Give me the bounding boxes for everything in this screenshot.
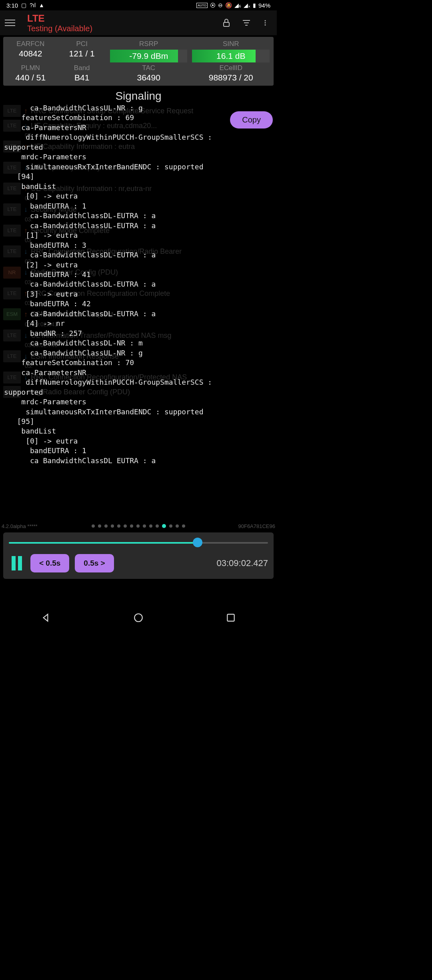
metric-pci: PCI121 / 1	[56, 39, 107, 63]
metric-band: BandB41	[56, 63, 107, 83]
more-icon[interactable]	[262, 18, 269, 28]
log-container: LTE↑RRC Connection Setup Complete/Servic…	[0, 103, 277, 480]
slider-thumb[interactable]	[193, 538, 202, 547]
playback-time: 03:09:02.427	[217, 558, 268, 568]
svg-point-7	[134, 614, 142, 622]
filter-icon[interactable]	[242, 18, 251, 28]
recents-button[interactable]	[226, 612, 236, 623]
auto-icon: AUTO	[196, 3, 208, 8]
svg-point-6	[265, 24, 266, 26]
svg-rect-2	[244, 22, 249, 23]
metric-rsrp: RSRP-79.9 dBm	[108, 39, 190, 63]
metrics-panel: EARFCN40842PCI121 / 1RSRP-79.9 dBmSINR16…	[3, 37, 274, 86]
metric-plmn: PLMN440 / 51	[5, 63, 56, 83]
seek-forward-button[interactable]: 0.5s >	[75, 554, 114, 572]
copy-button[interactable]: Copy	[230, 111, 273, 129]
device-id: 90F6A781CE96	[238, 523, 275, 529]
active-dot	[162, 524, 166, 528]
system-nav	[0, 607, 277, 628]
playback-panel: < 0.5s 0.5s > 03:09:02.427	[3, 532, 274, 579]
metric-sinr: SINR16.1 dB	[190, 39, 272, 63]
metric-earfcn: EARFCN40842	[5, 39, 56, 63]
battery-icon: ▮	[253, 2, 256, 8]
svg-rect-3	[245, 25, 248, 26]
svg-point-5	[265, 22, 266, 24]
gallery-icon: ▢	[21, 2, 26, 8]
version-label: 4.2.0alpha *****	[2, 523, 38, 529]
cell-icon: ◢ₓ	[244, 2, 250, 8]
log-detail-overlay[interactable]: ca-BandwidthClassUL-NR : g featureSetCom…	[0, 103, 277, 480]
app-header: LTE Testing (Available)	[0, 10, 277, 35]
signal-q-icon: ?ıl	[30, 2, 36, 8]
location-icon: ⦿	[210, 2, 216, 8]
section-title: Signaling	[0, 90, 277, 102]
playback-slider[interactable]	[9, 540, 268, 545]
lock-icon[interactable]	[222, 18, 231, 28]
status-time: 3:10	[6, 2, 18, 9]
pause-button[interactable]	[9, 555, 25, 571]
back-button[interactable]	[41, 612, 51, 623]
svg-rect-1	[243, 20, 250, 21]
svg-rect-0	[224, 22, 229, 26]
metric-tac: TAC36490	[108, 63, 190, 83]
mute-icon: 🔕	[225, 2, 232, 8]
svg-rect-8	[227, 614, 234, 621]
page-title: LTE Testing (Available)	[27, 13, 222, 33]
page-indicator: 4.2.0alpha ***** 90F6A781CE96	[0, 524, 277, 528]
warning-icon: ▲	[39, 2, 44, 8]
metric-ecellid: ECellID988973 / 20	[190, 63, 272, 83]
battery-pct: 94%	[258, 2, 270, 9]
menu-button[interactable]	[5, 16, 18, 29]
dnd-icon: ⊖	[218, 2, 223, 8]
home-button[interactable]	[133, 612, 144, 623]
seek-back-button[interactable]: < 0.5s	[30, 554, 69, 572]
svg-point-4	[265, 20, 266, 21]
status-bar: 3:10 ▢ ?ıl ▲ AUTO ⦿ ⊖ 🔕 ◢₆ ◢ₓ ▮ 94%	[0, 0, 277, 10]
wifi-icon: ◢₆	[234, 2, 241, 8]
